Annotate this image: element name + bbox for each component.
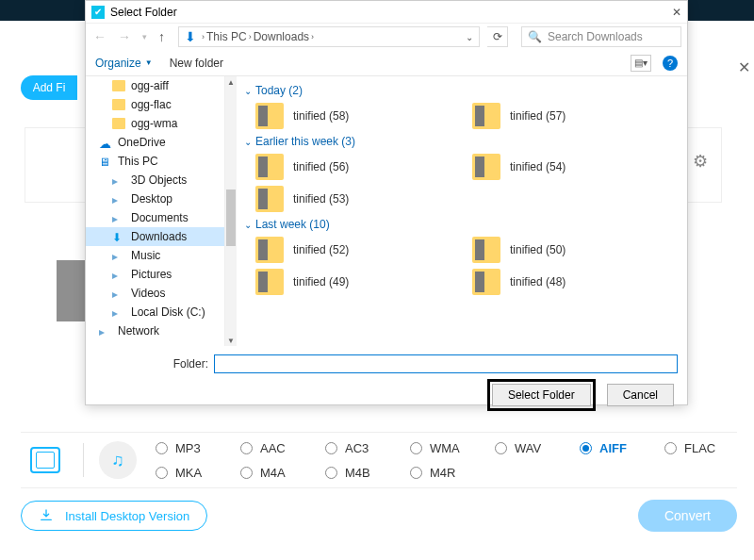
folder-item[interactable]: tinified (50) [472,237,651,263]
format-radio-wav[interactable]: WAV [495,436,580,460]
folder-item[interactable]: tinified (48) [472,269,651,295]
tree-item-desktop[interactable]: ▸Desktop [86,189,224,208]
gear-icon[interactable]: ⚙ [693,151,708,172]
organize-menu[interactable]: Organize▼ [95,57,153,70]
tree-item-onedrive[interactable]: ☁OneDrive [86,133,224,152]
separator [83,443,84,477]
group-header[interactable]: ⌄Earlier this week (3) [244,135,680,148]
breadcrumb[interactable]: ⬇ › This PC › Downloads › ⌄ [178,26,480,47]
tree-item-pictures[interactable]: ▸Pictures [86,265,224,284]
folder-item[interactable]: tinified (56) [255,154,434,180]
format-label: WAV [515,441,541,455]
tree-item-ogg-flac[interactable]: ogg-flac [86,95,224,114]
folder-item[interactable]: tinified (49) [255,269,434,295]
chevron-right-icon: › [202,32,205,41]
select-folder-button[interactable]: Select Folder [492,384,591,406]
audio-format-icon[interactable]: ♫ [99,441,137,479]
tree-label: ogg-wma [131,117,177,130]
tree-item-this-pc[interactable]: 🖥This PC [86,152,224,171]
tree-item-network[interactable]: ▸Network [86,321,224,340]
video-format-icon[interactable] [30,447,60,473]
folder-icon [255,269,284,295]
crumb-thispc[interactable]: This PC [206,30,247,43]
tree-item-downloads[interactable]: ⬇Downloads [86,227,224,246]
view-mode-button[interactable]: ▤▾ [631,55,651,72]
scroll-down-icon[interactable]: ▼ [225,335,237,346]
install-desktop-button[interactable]: Install Desktop Version [21,501,207,531]
radio-icon [495,442,507,454]
cancel-button[interactable]: Cancel [607,384,674,406]
format-bar: ♫ MP3AACAC3WMAWAVAIFFFLACMKAM4AM4BM4R [21,432,737,488]
format-radio-wma[interactable]: WMA [410,436,495,460]
folder-input[interactable] [214,354,678,373]
folder-name: tinified (57) [510,109,566,123]
tree-label: This PC [118,155,158,168]
refresh-icon[interactable]: ⟳ [487,26,508,47]
tree-item-ogg-wma[interactable]: ogg-wma [86,114,224,133]
folder-icon [472,103,500,129]
tree-item-3d-objects[interactable]: ▸3D Objects [86,171,224,189]
folder-name: tinified (58) [293,109,349,123]
toolbar: Organize▼ New folder ▤▾ ? [86,50,687,76]
tree-item-ogg-aiff[interactable]: ogg-aiff [86,76,224,95]
folder-name: tinified (49) [293,275,349,288]
panel-close-icon[interactable]: ✕ [738,58,750,76]
format-radio-flac[interactable]: FLAC [664,436,715,460]
folder-item[interactable]: tinified (58) [255,103,434,129]
chevron-down-icon[interactable]: ▾ [140,32,149,41]
folder-item[interactable]: tinified (53) [255,186,434,212]
add-file-button[interactable]: Add Fi [21,75,77,100]
nav-up-icon[interactable]: ↑ [156,29,167,44]
folder-tree[interactable]: ogg-aiffogg-flacogg-wma☁OneDrive🖥This PC… [86,76,225,346]
tree-item-music[interactable]: ▸Music [86,246,224,265]
folder-item[interactable]: tinified (52) [255,237,434,263]
format-radio-m4b[interactable]: M4B [325,460,410,485]
scroll-up-icon[interactable]: ▲ [225,76,237,88]
tree-item-documents[interactable]: ▸Documents [86,208,224,227]
chevron-right-icon: › [249,32,252,41]
tree-label: Downloads [131,230,187,243]
help-icon[interactable]: ? [663,56,678,71]
tree-label: Music [131,249,160,262]
crumb-dropdown-icon[interactable]: ⌄ [466,32,473,42]
group-label: Today (2) [255,84,303,97]
nav-row: ← → ▾ ↑ ⬇ › This PC › Downloads › ⌄ ⟳ 🔍 … [86,24,687,50]
new-folder-button[interactable]: New folder [170,57,223,70]
format-radio-ac3[interactable]: AC3 [325,436,410,460]
tree-item-local-disk-c-[interactable]: ▸Local Disk (C:) [86,303,224,321]
format-label: M4R [430,466,455,480]
folder-item[interactable]: tinified (57) [472,103,651,129]
tree-item-videos[interactable]: ▸Videos [86,284,224,303]
format-radio-aac[interactable]: AAC [240,436,325,460]
convert-button[interactable]: Convert [638,500,737,532]
scrollbar-thumb[interactable] [226,189,236,246]
format-label: WMA [430,441,460,455]
folder-icon [255,103,284,129]
bottom-row: Install Desktop Version Convert [21,500,737,532]
nav-forward-icon[interactable]: → [116,29,133,44]
group-header[interactable]: ⌄Today (2) [244,84,680,97]
format-radio-m4a[interactable]: M4A [240,460,325,485]
tree-label: Desktop [131,192,172,206]
crumb-downloads[interactable]: Downloads [254,30,309,43]
tree-label: OneDrive [118,136,166,149]
format-radio-mka[interactable]: MKA [156,460,240,485]
radio-icon [325,442,337,454]
folder-name: tinified (53) [293,192,349,206]
list-scrollbar[interactable]: ▲ ▼ [225,76,237,346]
format-radio-aiff[interactable]: AIFF [580,436,664,460]
search-input[interactable]: 🔍 Search Downloads [521,26,681,47]
folder-item[interactable]: tinified (54) [472,154,651,180]
dialog-title: Select Folder [110,6,177,19]
radio-icon [240,467,253,479]
close-icon[interactable]: ✕ [672,6,681,19]
group-header[interactable]: ⌄Last week (10) [244,218,680,231]
nav-back-icon[interactable]: ← [91,29,108,44]
folder-name: tinified (48) [510,275,566,288]
folder-icon [255,186,284,212]
format-radio-mp3[interactable]: MP3 [156,436,240,460]
format-radio-m4r[interactable]: M4R [410,460,495,485]
radio-icon [325,467,337,479]
format-label: M4B [345,466,370,480]
tree-label: Pictures [131,268,172,281]
